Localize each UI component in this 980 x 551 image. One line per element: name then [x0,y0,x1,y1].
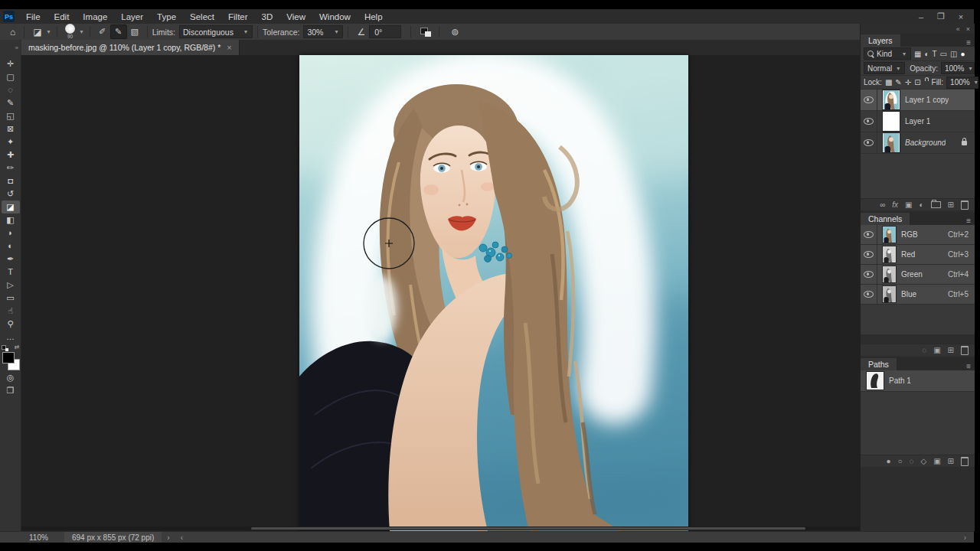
screen-mode-button[interactable]: ❐ [2,384,20,397]
menu-window[interactable]: Window [312,9,358,24]
blend-mode-select[interactable]: Normal ▾ [864,62,905,74]
pressure-size-icon[interactable]: ⊚ [447,27,462,37]
delete-channel-icon[interactable] [961,346,969,355]
menu-filter[interactable]: Filter [221,9,255,24]
add-mask-icon[interactable]: ▣ [933,458,940,465]
lock-pixels-icon[interactable]: ✎ [895,78,901,86]
new-layer-icon[interactable]: ⊞ [948,201,954,209]
tool-rectangular-marquee[interactable]: ▢ [2,70,20,83]
tool-rectangle[interactable]: ▭ [2,292,20,305]
angle-field[interactable]: 0° [369,25,401,38]
filter-adjustment-icon[interactable]: ◐ [924,50,929,58]
delete-layer-icon[interactable] [961,201,969,210]
tool-eyedropper[interactable]: ✦ [2,135,20,148]
tool-crop[interactable]: ◱ [2,109,20,122]
sampling-continuous-button[interactable]: ✐ [95,25,110,38]
tool-history-brush[interactable]: ↺ [2,187,20,201]
paths-menu-icon[interactable]: ≡ [966,362,971,370]
sampling-once-button[interactable]: ✎ [110,24,127,39]
document-canvas[interactable] [299,55,688,531]
layer-row-layer-1-copy[interactable]: Layer 1 copy [861,90,975,111]
tool-hand[interactable]: ☝ [2,305,20,318]
tab-channels[interactable]: Channels [861,213,910,225]
layer-style-icon[interactable]: fx [892,201,898,209]
tool-frame[interactable]: ⊠ [2,122,20,135]
save-selection-as-channel-icon[interactable]: ▣ [933,347,940,354]
preset-caret-icon[interactable]: ▾ [46,28,52,35]
new-group-icon[interactable] [931,201,941,208]
menu-view[interactable]: View [279,9,312,24]
opacity-select[interactable]: 100% ▾ [941,62,975,74]
layer-row-layer-1[interactable]: Layer 1 [861,111,975,132]
menu-select[interactable]: Select [183,9,221,24]
lock-transparency-icon[interactable]: ▩ [885,78,892,86]
tool-background-eraser[interactable]: ◪ [2,201,20,214]
tool-quick-selection[interactable]: ✎ [2,96,20,109]
quick-mask-button[interactable]: ◎ [2,371,20,384]
edit-toolbar-button[interactable]: … [2,331,20,344]
channels-menu-icon[interactable]: ≡ [966,217,971,225]
collapse-panels-icon[interactable]: « [956,25,960,33]
link-layers-icon[interactable]: ∞ [880,201,885,209]
channel-row-rgb[interactable]: RGB Ctrl+2 [861,225,975,245]
restore-button[interactable]: ❐ [933,11,949,21]
tool-clone-stamp[interactable]: ◘ [2,174,20,187]
tool-blur[interactable]: ◗ [2,227,20,240]
tool-gradient[interactable]: ◧ [2,214,20,227]
menu-3d[interactable]: 3D [255,9,280,24]
default-colors-icon[interactable] [2,345,8,351]
protect-foreground-color-icon[interactable] [420,28,431,37]
swap-colors-icon[interactable]: ⇄ [15,344,20,350]
menu-type[interactable]: Type [150,9,183,24]
tab-close-icon[interactable]: × [227,43,231,52]
channel-row-green[interactable]: Green Ctrl+4 [861,265,975,285]
menu-edit[interactable]: Edit [47,9,77,24]
lock-position-icon[interactable]: ✛ [905,78,911,86]
stroke-path-icon[interactable]: ○ [897,458,902,465]
channel-row-red[interactable]: Red Ctrl+3 [861,245,975,265]
zoom-level[interactable]: 110% [26,533,61,542]
delete-path-icon[interactable] [961,457,969,466]
status-right-chevron-icon[interactable]: › [964,533,966,542]
filter-toggle-icon[interactable]: ● [961,50,965,58]
close-button[interactable]: × [952,12,969,21]
horizontal-scrollbar[interactable] [21,527,860,530]
tool-brush[interactable]: ✏ [2,161,20,174]
menu-help[interactable]: Help [358,9,390,24]
layer-filter-select[interactable]: Kind ▾ [864,47,911,60]
tool-lasso[interactable]: ◌ [2,83,20,96]
status-chevron-right-icon[interactable]: › [162,533,175,542]
visibility-toggle[interactable] [861,111,877,132]
tool-zoom[interactable]: ⚲ [2,318,20,331]
home-icon[interactable]: ⌂ [6,27,19,37]
filter-shape-icon[interactable]: ▭ [940,50,947,58]
filter-smart-object-icon[interactable]: ◫ [950,50,957,58]
foreground-color-swatch[interactable] [2,352,15,364]
layer-row-background[interactable]: Background [861,132,975,154]
status-chevron-left-icon[interactable]: ‹ [175,533,188,542]
adjustment-layer-icon[interactable]: ◐ [920,201,924,209]
scrollbar-thumb[interactable] [251,527,805,530]
tool-spot-healing-brush[interactable]: ✚ [2,148,20,161]
visibility-toggle[interactable] [861,90,877,110]
minimize-button[interactable]: – [913,12,929,21]
path-row-path-1[interactable]: Path 1 [861,370,975,392]
tool-pen[interactable]: ✒ [2,253,20,266]
visibility-toggle[interactable] [861,245,877,264]
visibility-toggle[interactable] [861,265,877,284]
filter-pixel-icon[interactable]: ▦ [914,50,921,58]
menu-layer[interactable]: Layer [114,9,150,24]
brush-size-picker[interactable]: 90 [62,24,79,40]
tool-dodge[interactable]: ◐ [2,240,20,253]
visibility-toggle[interactable] [861,285,877,304]
menu-file[interactable]: File [19,9,47,24]
toolbar-expand[interactable]: » [0,40,21,55]
document-tab[interactable]: masking-before.jpg @ 110% (Layer 1 copy,… [21,40,240,55]
lock-artboard-icon[interactable]: ⊡ [914,78,920,86]
channel-row-blue[interactable]: Blue Ctrl+5 [861,285,975,305]
background-eraser-preset-icon[interactable]: ◪ [29,27,45,37]
sampling-background-swatch-button[interactable]: ▧ [127,25,142,38]
menu-image[interactable]: Image [76,9,114,24]
layers-menu-icon[interactable]: ≡ [966,38,971,47]
new-channel-icon[interactable]: ⊞ [948,347,954,354]
